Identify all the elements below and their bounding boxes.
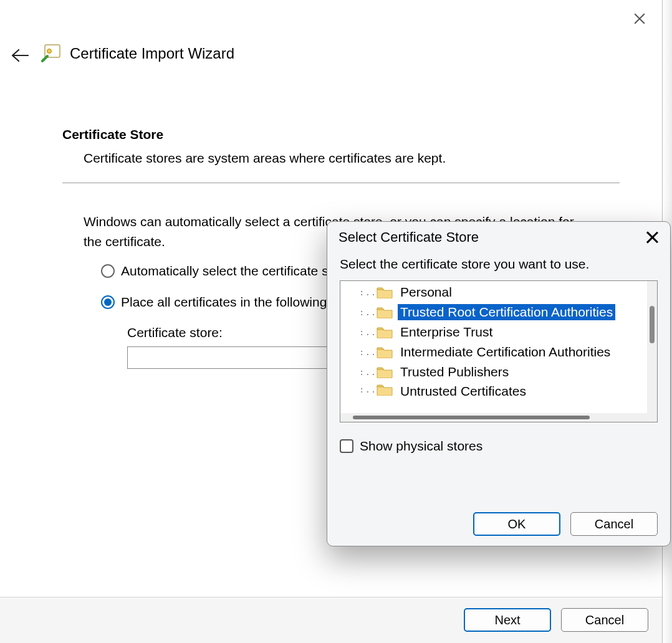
select-store-dialog: Select Certificate Store Select the cert… bbox=[327, 221, 671, 546]
show-physical-label: Show physical stores bbox=[360, 439, 482, 454]
ok-button-label: OK bbox=[508, 517, 526, 531]
ok-button[interactable]: OK bbox=[473, 512, 560, 536]
wizard-footer: Next Cancel bbox=[0, 598, 662, 643]
folder-icon bbox=[377, 383, 393, 396]
folder-icon bbox=[377, 326, 393, 338]
tree-item-label: Personal bbox=[398, 284, 454, 300]
back-arrow-icon[interactable] bbox=[11, 49, 29, 62]
dialog-cancel-button[interactable]: Cancel bbox=[570, 512, 658, 536]
folder-icon bbox=[377, 286, 393, 298]
wizard-title: Certificate Import Wizard bbox=[70, 45, 234, 62]
close-icon[interactable] bbox=[632, 11, 647, 26]
dialog-instruction: Select the certificate store you want to… bbox=[327, 253, 670, 280]
certificate-wizard-icon bbox=[41, 42, 62, 64]
checkbox-icon bbox=[340, 439, 353, 453]
next-button-label: Next bbox=[494, 613, 520, 627]
section-divider bbox=[62, 183, 620, 183]
tree-item[interactable]: :....Enterprise Trust bbox=[340, 322, 646, 342]
folder-icon bbox=[377, 346, 393, 358]
close-icon[interactable] bbox=[645, 231, 659, 244]
folder-icon bbox=[377, 306, 393, 318]
tree-item[interactable]: :....Trusted Publishers bbox=[340, 362, 646, 382]
dialog-title: Select Certificate Store bbox=[338, 229, 479, 245]
horizontal-scrollbar[interactable] bbox=[340, 413, 647, 422]
tree-connector-icon: :.... bbox=[359, 287, 377, 297]
cancel-button[interactable]: Cancel bbox=[561, 608, 648, 632]
section-subheading: Certificate stores are system areas wher… bbox=[84, 151, 446, 166]
tree-item[interactable]: :....Intermediate Certification Authorit… bbox=[340, 342, 646, 362]
show-physical-stores-checkbox[interactable]: Show physical stores bbox=[340, 439, 658, 454]
vertical-scrollbar[interactable] bbox=[647, 281, 657, 422]
dialog-cancel-label: Cancel bbox=[595, 517, 633, 531]
folder-icon bbox=[377, 366, 393, 378]
tree-connector-icon: :.... bbox=[359, 347, 377, 357]
radio-place-label: Place all certificates in the following … bbox=[121, 295, 360, 310]
footer-divider bbox=[0, 597, 662, 598]
radio-icon bbox=[101, 264, 115, 278]
tree-item-label: Trusted Publishers bbox=[398, 364, 511, 380]
store-tree: :....Personal:....Trusted Root Certifica… bbox=[340, 280, 658, 422]
tree-connector-icon: :.... bbox=[359, 384, 377, 394]
tree-connector-icon: :.... bbox=[359, 367, 377, 377]
next-button[interactable]: Next bbox=[464, 608, 551, 632]
section-heading: Certificate Store bbox=[62, 127, 163, 142]
tree-connector-icon: :.... bbox=[359, 327, 377, 337]
certificate-store-label: Certificate store: bbox=[127, 325, 223, 340]
radio-place-all[interactable]: Place all certificates in the following … bbox=[101, 295, 360, 310]
tree-item-label: Trusted Root Certification Authorities bbox=[398, 304, 615, 320]
tree-item[interactable]: :....Personal bbox=[340, 282, 646, 302]
tree-connector-icon: :.... bbox=[359, 307, 377, 317]
tree-item-label: Untrusted Certificates bbox=[398, 383, 529, 397]
svg-point-1 bbox=[47, 49, 52, 54]
tree-item-label: Intermediate Certification Authorities bbox=[398, 344, 613, 360]
radio-icon bbox=[101, 295, 115, 309]
cancel-button-label: Cancel bbox=[585, 613, 624, 627]
tree-item[interactable]: :....Trusted Root Certification Authorit… bbox=[340, 302, 646, 322]
tree-item[interactable]: :....Untrusted Certificates bbox=[340, 382, 646, 397]
tree-item-label: Enterprise Trust bbox=[398, 324, 495, 340]
